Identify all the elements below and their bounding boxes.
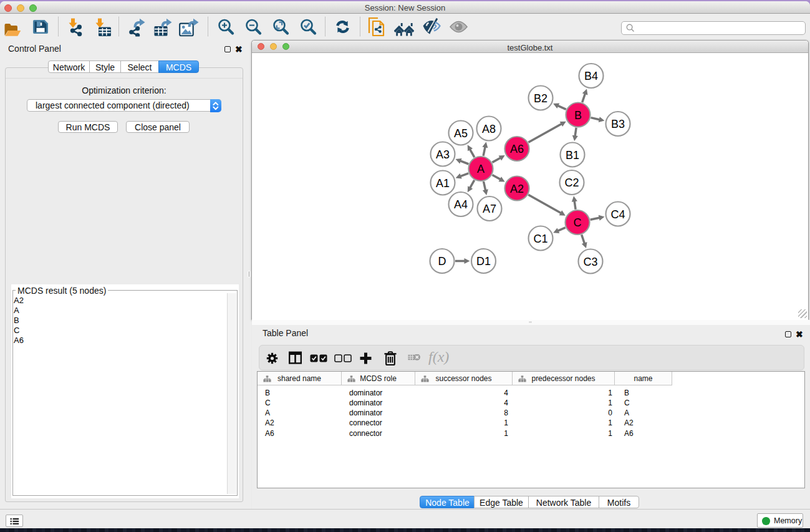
svg-text:B4: B4 [584, 70, 598, 82]
svg-text:D1: D1 [476, 255, 491, 268]
svg-text:C1: C1 [533, 233, 547, 245]
svg-text:C3: C3 [583, 256, 597, 268]
svg-text:B3: B3 [611, 118, 625, 130]
svg-text:A5: A5 [454, 127, 468, 140]
svg-text:B: B [574, 109, 582, 122]
svg-text:A7: A7 [483, 203, 496, 215]
svg-text:A: A [477, 163, 485, 175]
svg-text:A6: A6 [510, 143, 524, 155]
svg-text:A8: A8 [482, 123, 496, 135]
svg-text:C2: C2 [564, 177, 579, 189]
svg-text:B1: B1 [566, 149, 579, 162]
svg-text:A4: A4 [454, 198, 468, 211]
svg-text:A1: A1 [436, 177, 450, 190]
svg-text:A2: A2 [510, 183, 524, 195]
svg-text:C4: C4 [610, 208, 625, 221]
svg-text:B2: B2 [534, 92, 547, 105]
svg-text:C: C [574, 216, 582, 229]
svg-text:D: D [438, 255, 446, 268]
svg-text:A3: A3 [436, 148, 450, 161]
